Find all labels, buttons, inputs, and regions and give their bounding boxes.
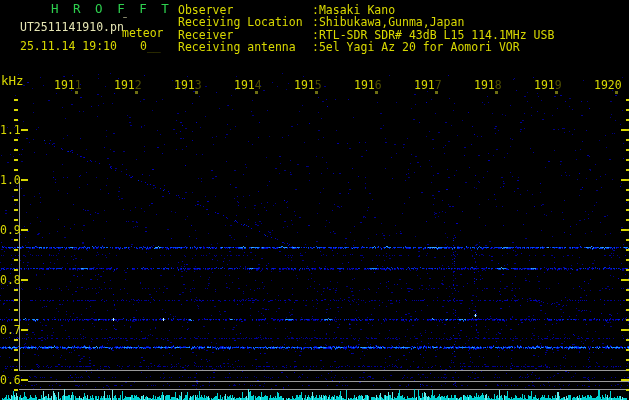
time-label: 1918 [474, 79, 502, 91]
time-label: 1917 [414, 79, 442, 91]
echo-count-marks: __ [147, 39, 161, 53]
capture-filename: UT2511141910.pn [20, 21, 124, 33]
freq-label: 1.0 [0, 174, 21, 186]
time-label: 1911 [54, 79, 82, 91]
hrofft-app-window: H R O F F T UT2511141910.pn ¨ meteor 25.… [0, 0, 629, 400]
meta-label: Receiver [178, 29, 233, 41]
meta-label: Receiving Location [178, 16, 303, 28]
datetime-label: 25.11.14 19:10 [20, 40, 117, 52]
app-title: H R O F F T [51, 3, 172, 15]
time-label: 1913 [174, 79, 202, 91]
freq-label: 0.6 [0, 374, 21, 386]
meta-value: :5el Yagi Az 20 for Aomori VOR [312, 41, 520, 53]
meta-label: Observer [178, 4, 233, 16]
echo-count: 0__ [140, 40, 161, 52]
freq-label: 1.1 [0, 124, 21, 136]
freq-label: 0.8 [0, 274, 21, 286]
freq-axis-unit: kHz [1, 75, 24, 87]
meta-value: :RTL-SDR SDR# 43dB L15 114.1MHz USB [312, 29, 554, 41]
freq-label: 0.7 [0, 324, 21, 336]
time-label: 1912 [114, 79, 142, 91]
time-label: 1916 [354, 79, 382, 91]
meta-value: :Shibukawa,Gunma,Japan [312, 16, 464, 28]
time-label: 1915 [294, 79, 322, 91]
spectrogram-canvas [0, 0, 629, 400]
meta-label: Receiving antenna [178, 41, 296, 53]
time-label: 1914 [234, 79, 262, 91]
time-label: 1919 [534, 79, 562, 91]
echo-count-value: 0 [140, 39, 147, 53]
meteor-label: meteor [122, 27, 164, 39]
freq-label: 0.9 [0, 224, 21, 236]
meta-value: :Masaki Kano [312, 4, 395, 16]
time-label: 1920 [594, 79, 622, 91]
